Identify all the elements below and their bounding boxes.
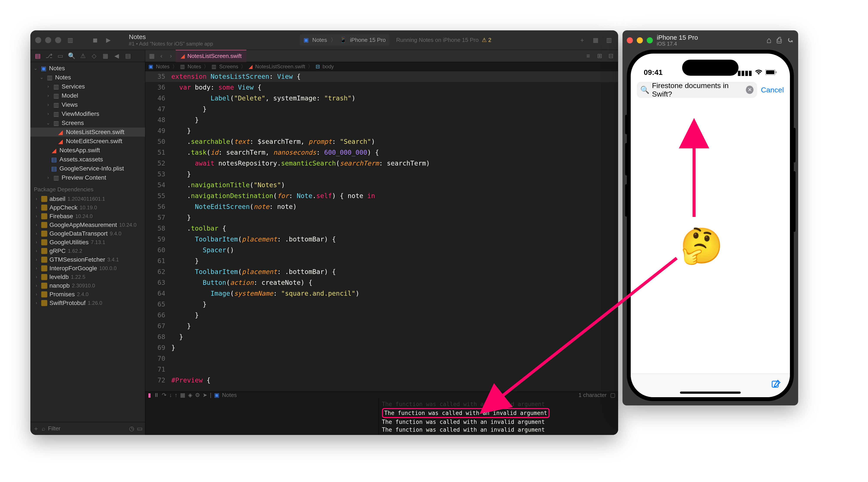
source-control-navigator-icon[interactable]: ⎇ xyxy=(44,51,54,61)
code-line[interactable]: 50 .searchable(text: $searchTerm, prompt… xyxy=(145,136,618,147)
tree-folder[interactable]: ›▥Model xyxy=(30,91,145,100)
tree-file[interactable]: ◢NotesApp.swift xyxy=(30,146,145,155)
run-button[interactable]: ▶ xyxy=(104,36,113,44)
minimize-dot[interactable] xyxy=(45,37,51,43)
console-output[interactable]: The function was called with an invalid … xyxy=(378,398,618,435)
tree-file[interactable]: ◢NoteEditScreen.swift xyxy=(30,137,145,146)
bookmark-navigator-icon[interactable]: ▭ xyxy=(56,51,65,61)
code-line[interactable]: 57 } xyxy=(145,212,618,223)
inspector-toggle-icon[interactable]: ▥ xyxy=(605,36,613,44)
tree-file[interactable]: ▤Assets.xcassets xyxy=(30,155,145,164)
back-icon[interactable]: ‹ xyxy=(157,51,166,61)
cancel-button[interactable]: Cancel xyxy=(761,86,784,94)
close-dot[interactable] xyxy=(35,37,41,43)
breakpoint-navigator-icon[interactable]: ◀ xyxy=(112,51,121,61)
code-line[interactable]: 59 ToolbarItem(placement: .bottomBar) { xyxy=(145,234,618,245)
toggle-console-icon[interactable]: ▢ xyxy=(610,392,616,398)
zoom-dot[interactable] xyxy=(647,37,653,43)
code-line[interactable]: 72#Preview { xyxy=(145,375,618,386)
compose-icon[interactable] xyxy=(771,379,781,392)
library-button[interactable]: ▦ xyxy=(591,36,600,44)
code-line[interactable]: 55 .navigationDestination(for: Note.self… xyxy=(145,190,618,201)
code-line[interactable]: 48 } xyxy=(145,115,618,125)
project-navigator-icon[interactable]: ▤ xyxy=(33,51,42,61)
test-navigator-icon[interactable]: ◇ xyxy=(89,51,99,61)
code-line[interactable]: 51 .task(id: searchTerm, nanoseconds: 60… xyxy=(145,147,618,158)
issue-navigator-icon[interactable]: ⚠ xyxy=(78,51,88,61)
add-icon[interactable]: ＋ xyxy=(33,424,39,433)
package-dep[interactable]: ›SwiftProtobuf 1.26.0 xyxy=(30,299,145,307)
code-line[interactable]: 56 NoteEditScreen(note: note) xyxy=(145,201,618,212)
editor-tab[interactable]: ◢NotesListScreen.swift xyxy=(176,50,246,62)
scm-filter-icon[interactable]: ▭ xyxy=(137,425,143,432)
report-navigator-icon[interactable]: ▤ xyxy=(123,51,133,61)
code-line[interactable]: 71 xyxy=(145,364,618,375)
env-overrides-icon[interactable]: ⚙ xyxy=(195,392,200,398)
pause-icon[interactable]: ⏸ xyxy=(154,392,159,398)
close-dot[interactable] xyxy=(627,37,633,43)
package-dep[interactable]: ›AppCheck 10.19.0 xyxy=(30,203,145,212)
forward-icon[interactable]: › xyxy=(166,51,176,61)
code-line[interactable]: 58 .toolbar { xyxy=(145,223,618,234)
tree-folder[interactable]: ›▥ViewModifiers xyxy=(30,109,145,118)
tree-folder[interactable]: ⌄▥Notes xyxy=(30,73,145,82)
package-dep[interactable]: ›gRPC 1.62.2 xyxy=(30,247,145,255)
package-dep[interactable]: ›abseil 1.2024011601.1 xyxy=(30,194,145,203)
related-items-icon[interactable]: ▦ xyxy=(147,51,157,61)
tree-folder[interactable]: ›▥Preview Content xyxy=(30,173,145,182)
package-dep[interactable]: ›nanopb 2.30910.0 xyxy=(30,281,145,290)
jump-bar[interactable]: ▣Notes〉 ▥Notes〉 ▥Screens〉 ◢NotesListScre… xyxy=(145,62,618,71)
code-line[interactable]: 68 } xyxy=(145,331,618,342)
stop-button[interactable]: ◼ xyxy=(91,36,99,44)
source-editor[interactable]: 35extension NotesListScreen: View {36 va… xyxy=(145,71,618,392)
variables-view[interactable] xyxy=(145,398,378,435)
tree-folder[interactable]: ›▥Services xyxy=(30,82,145,91)
window-controls[interactable] xyxy=(35,37,61,43)
tree-folder[interactable]: ›▥Views xyxy=(30,100,145,109)
code-line[interactable]: 70 xyxy=(145,353,618,364)
code-line[interactable]: 47 } xyxy=(145,104,618,115)
code-line[interactable]: 52 await notesRepository.semanticSearch(… xyxy=(145,158,618,169)
home-indicator[interactable] xyxy=(680,392,741,394)
code-line[interactable]: 61 } xyxy=(145,255,618,266)
home-icon[interactable]: ⌂ xyxy=(767,36,772,45)
package-dep[interactable]: ›GTMSessionFetcher 3.4.1 xyxy=(30,255,145,264)
file-tree[interactable]: ⌄▣Notes ⌄▥Notes ›▥Services ›▥Model ›▥Vie… xyxy=(30,62,145,422)
step-out-icon[interactable]: ↑ xyxy=(175,392,178,398)
debug-view-icon[interactable]: ▦ xyxy=(180,392,185,398)
code-line[interactable]: 69} xyxy=(145,342,618,353)
minimap-toggle-icon[interactable]: ≡ xyxy=(583,51,593,61)
search-field[interactable]: 🔍 Firestone documents in Swift? ✕ xyxy=(637,82,757,98)
code-line[interactable]: 36 var body: some View { xyxy=(145,82,618,93)
warning-badge[interactable]: ⚠ 2 xyxy=(482,37,492,43)
code-line[interactable]: 62 ToolbarItem(placement: .bottomBar) { xyxy=(145,266,618,277)
code-line[interactable]: 65 } xyxy=(145,299,618,310)
package-dep[interactable]: ›GoogleDataTransport 9.4.0 xyxy=(30,229,145,238)
package-dep[interactable]: ›GoogleAppMeasurement 10.24.0 xyxy=(30,221,145,229)
step-over-icon[interactable]: ↷ xyxy=(162,392,166,398)
code-line[interactable]: 66 } xyxy=(145,310,618,321)
sidebar-toggle-icon[interactable]: ▥ xyxy=(66,36,74,44)
code-line[interactable]: 49 } xyxy=(145,125,618,136)
recent-filter-icon[interactable]: ◷ xyxy=(129,425,134,432)
tree-file-selected[interactable]: ◢NotesListScreen.swift xyxy=(30,127,145,137)
rotate-icon[interactable]: ⤿ xyxy=(787,36,794,45)
package-dep[interactable]: ›InteropForGoogle 100.0.0 xyxy=(30,264,145,273)
package-dep[interactable]: ›Promises 2.4.0 xyxy=(30,290,145,299)
code-line[interactable]: 54 .navigationTitle("Notes") xyxy=(145,180,618,190)
add-editor-icon[interactable]: ⊟ xyxy=(606,51,616,61)
code-line[interactable]: 64 Image(systemName: "square.and.pencil"… xyxy=(145,288,618,299)
tree-root[interactable]: ⌄▣Notes xyxy=(30,64,145,73)
tree-file[interactable]: ▤GoogleService-Info.plist xyxy=(30,164,145,173)
tree-folder[interactable]: ⌄▥Screens xyxy=(30,118,145,127)
clear-icon[interactable]: ✕ xyxy=(746,86,753,94)
code-line[interactable]: 35extension NotesListScreen: View { xyxy=(145,71,618,82)
scheme-selector[interactable]: ▣ Notes 〉 📱 iPhone 15 Pro xyxy=(300,34,390,46)
find-navigator-icon[interactable]: 🔍 xyxy=(67,51,76,61)
code-line[interactable]: 67 } xyxy=(145,321,618,331)
code-line[interactable]: 60 Spacer() xyxy=(145,245,618,255)
code-line[interactable]: 46 Label("Delete", systemImage: "trash") xyxy=(145,93,618,104)
package-dep[interactable]: ›Firebase 10.24.0 xyxy=(30,212,145,221)
zoom-dot[interactable] xyxy=(55,37,61,43)
package-dep[interactable]: ›leveldb 1.22.5 xyxy=(30,273,145,281)
